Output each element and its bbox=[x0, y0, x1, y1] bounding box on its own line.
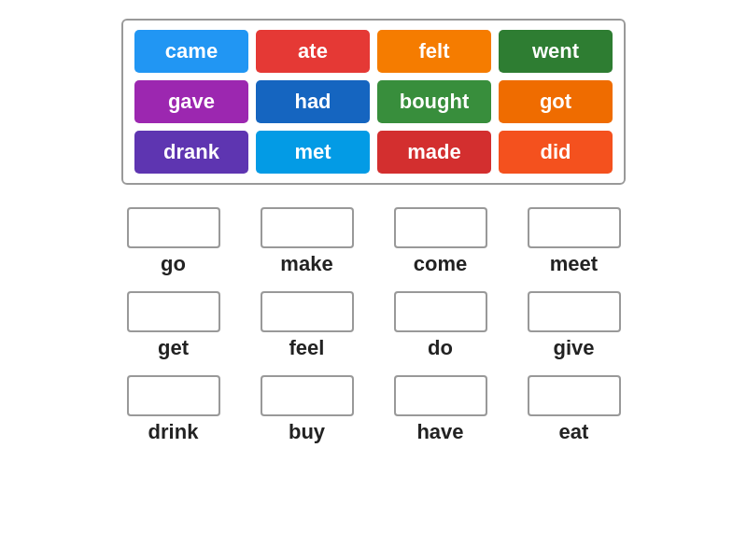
word-tile-got[interactable]: got bbox=[499, 80, 613, 123]
drop-buy-box[interactable] bbox=[261, 375, 354, 416]
drop-go-box[interactable] bbox=[127, 207, 220, 248]
drop-get-box[interactable] bbox=[127, 291, 220, 332]
drop-give-label: give bbox=[553, 336, 594, 360]
drop-rows: gomakecomemeetgetfeeldogivedrinkbuyhavee… bbox=[112, 207, 635, 444]
drop-meet: meet bbox=[513, 207, 635, 276]
drop-meet-label: meet bbox=[550, 252, 598, 276]
drop-make: make bbox=[246, 207, 368, 276]
drop-row-1: getfeeldogive bbox=[112, 291, 635, 360]
drop-come: come bbox=[379, 207, 501, 276]
drop-eat-label: eat bbox=[559, 420, 589, 444]
drop-get: get bbox=[112, 291, 234, 360]
drop-drink-box[interactable] bbox=[127, 375, 220, 416]
drop-have-label: have bbox=[416, 420, 463, 444]
drop-go-label: go bbox=[161, 252, 186, 276]
drop-buy-label: buy bbox=[289, 420, 325, 444]
word-tile-went[interactable]: went bbox=[499, 30, 613, 73]
word-tile-came[interactable]: came bbox=[134, 30, 248, 73]
drop-have: have bbox=[379, 375, 501, 444]
drop-get-label: get bbox=[158, 336, 189, 360]
word-tile-did[interactable]: did bbox=[499, 131, 613, 174]
drop-feel-label: feel bbox=[289, 336, 325, 360]
drop-go: go bbox=[112, 207, 234, 276]
drop-make-box[interactable] bbox=[261, 207, 354, 248]
word-tile-had[interactable]: had bbox=[256, 80, 370, 123]
word-tile-met[interactable]: met bbox=[256, 131, 370, 174]
drop-feel-box[interactable] bbox=[261, 291, 354, 332]
drop-have-box[interactable] bbox=[394, 375, 487, 416]
word-tile-felt[interactable]: felt bbox=[377, 30, 491, 73]
drop-meet-box[interactable] bbox=[528, 207, 621, 248]
drop-do-box[interactable] bbox=[394, 291, 487, 332]
drop-do-label: do bbox=[428, 336, 453, 360]
drop-come-box[interactable] bbox=[394, 207, 487, 248]
drop-make-label: make bbox=[280, 252, 332, 276]
word-tile-made[interactable]: made bbox=[377, 131, 491, 174]
drop-drink: drink bbox=[112, 375, 234, 444]
drop-give: give bbox=[513, 291, 635, 360]
drop-drink-label: drink bbox=[148, 420, 199, 444]
drop-row-2: drinkbuyhaveeat bbox=[112, 375, 635, 444]
drop-eat-box[interactable] bbox=[528, 375, 621, 416]
drop-come-label: come bbox=[414, 252, 467, 276]
word-tile-drank[interactable]: drank bbox=[134, 131, 248, 174]
drop-give-box[interactable] bbox=[528, 291, 621, 332]
drop-feel: feel bbox=[246, 291, 368, 360]
word-bank: cameatefeltwentgavehadboughtgotdrankmetm… bbox=[121, 19, 626, 185]
word-tile-bought[interactable]: bought bbox=[377, 80, 491, 123]
drop-eat: eat bbox=[513, 375, 635, 444]
word-tile-ate[interactable]: ate bbox=[256, 30, 370, 73]
drop-row-0: gomakecomemeet bbox=[112, 207, 635, 276]
drop-do: do bbox=[379, 291, 501, 360]
word-tile-gave[interactable]: gave bbox=[134, 80, 248, 123]
drop-buy: buy bbox=[246, 375, 368, 444]
